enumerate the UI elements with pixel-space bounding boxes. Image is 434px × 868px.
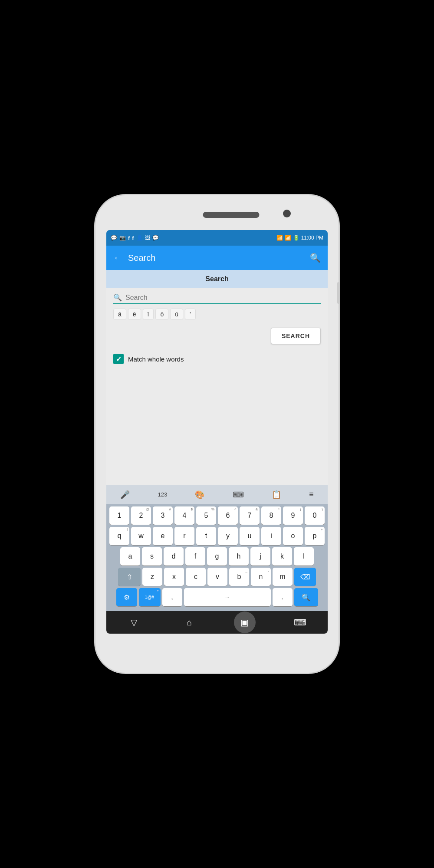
key-q[interactable]: q| (109, 527, 129, 545)
special-char-apostrophe[interactable]: ' (185, 309, 196, 320)
special-char-e-macron[interactable]: ē (128, 309, 141, 320)
key-i[interactable]: i (261, 527, 281, 545)
key-k[interactable]: k (272, 547, 292, 566)
special-char-a-macron[interactable]: ā (113, 309, 126, 320)
emoji-tool-button[interactable]: 🎨 (195, 490, 204, 500)
wifi-icon: 📶 (276, 235, 283, 241)
status-left-icons: 💬 📷 f f 👤 🖼 💬 (111, 235, 159, 241)
back-button[interactable]: ← (113, 252, 123, 263)
app-bar-search-icon[interactable]: 🔍 (310, 253, 321, 263)
emoji-icon: 🎨 (195, 490, 204, 500)
keyboard-row-shift: ⇧ z x c v b_ n, m ⌫ (108, 568, 326, 586)
key-x[interactable]: x (164, 568, 184, 586)
search-btn-row: SEARCH (106, 324, 328, 348)
key-y[interactable]: y (218, 527, 238, 545)
key-1[interactable]: 1 (109, 506, 129, 525)
key-c[interactable]: c (186, 568, 206, 586)
phone-device: 💬 📷 f f 👤 🖼 💬 📶 📶 🔋 11:00 PM ← Search 🔍 … (95, 195, 339, 673)
shift-key[interactable]: ⇧ (118, 568, 141, 586)
keyboard-row-asdf: a s d f g h j k l (108, 547, 326, 566)
keyboard-search-key[interactable]: 🔍 (294, 588, 318, 606)
key-j[interactable]: j (250, 547, 270, 566)
key-b[interactable]: b_ (229, 568, 249, 586)
num-icon: 123 (158, 491, 167, 498)
menu-tool-button[interactable]: ≡ (309, 490, 314, 499)
key-r[interactable]: r (174, 527, 194, 545)
comma-key[interactable]: , (162, 588, 182, 606)
key-5[interactable]: 5% (196, 506, 216, 525)
keyboard-tool-button[interactable]: ⌨ (233, 490, 244, 500)
clipboard-icon: 📋 (272, 490, 281, 500)
key-d[interactable]: d (164, 547, 184, 566)
key-z[interactable]: z (142, 568, 162, 586)
key-8[interactable]: 8* (261, 506, 281, 525)
mic-icon: 🎤 (120, 490, 130, 500)
contacts-icon: 👤 (136, 235, 143, 241)
key-3[interactable]: 3# (153, 506, 173, 525)
period-key[interactable]: . (273, 588, 293, 606)
key-6[interactable]: 6^ (218, 506, 238, 525)
nav-keyboard-button[interactable]: ⌨ (289, 612, 311, 633)
key-e[interactable]: e (153, 527, 173, 545)
special-char-i-macron[interactable]: ī (143, 309, 154, 320)
power-button[interactable] (337, 282, 340, 304)
battery-icon: 🔋 (293, 235, 299, 241)
status-right: 📶 📶 🔋 11:00 PM (276, 235, 323, 241)
match-whole-words-label: Match whole words (128, 355, 184, 363)
key-s[interactable]: s (142, 547, 162, 566)
key-f[interactable]: f (185, 547, 205, 566)
key-9[interactable]: 9( (283, 506, 303, 525)
search-content: 🔍 ā ē ī ō ū ' SEARCH ✓ (106, 288, 328, 485)
bottom-nav: ▽ ⌂ ▣ ⌨ (106, 611, 328, 634)
key-v[interactable]: v (207, 568, 227, 586)
keyboard-row-bottom: ⚙ 1@#♦ , ··· . 🔍 (108, 588, 326, 606)
facebook-icon-2: f (132, 235, 134, 241)
mic-tool-button[interactable]: 🎤 (120, 490, 130, 500)
key-h[interactable]: h (229, 547, 249, 566)
num-tool-button[interactable]: 123 (158, 491, 167, 498)
key-n[interactable]: n, (251, 568, 271, 586)
num-switch-key[interactable]: 1@#♦ (139, 588, 161, 606)
backspace-key[interactable]: ⌫ (294, 568, 316, 586)
key-g[interactable]: g (207, 547, 227, 566)
nav-home-button[interactable]: ⌂ (178, 612, 200, 633)
key-0[interactable]: 0) (305, 506, 325, 525)
checkmark-icon: ✓ (116, 355, 122, 363)
status-time: 11:00 PM (301, 235, 323, 241)
key-w[interactable]: w (131, 527, 151, 545)
key-7[interactable]: 7& (240, 506, 260, 525)
key-p[interactable]: p+ (305, 527, 325, 545)
key-4[interactable]: 4$ (174, 506, 194, 525)
key-m[interactable]: m (273, 568, 293, 586)
keyboard-icon: ⌨ (233, 490, 244, 500)
phone-screen: 💬 📷 f f 👤 🖼 💬 📶 📶 🔋 11:00 PM ← Search 🔍 … (106, 230, 328, 634)
space-key[interactable]: ··· (184, 588, 271, 606)
special-chars-row: ā ē ī ō ū ' (106, 304, 328, 324)
key-a[interactable]: a (120, 547, 140, 566)
key-2[interactable]: 2@ (131, 506, 151, 525)
app-bar-title: Search (128, 253, 310, 263)
key-u[interactable]: u (240, 527, 260, 545)
match-whole-words-row[interactable]: ✓ Match whole words (106, 348, 328, 370)
keyboard-toolbar: 🎤 123 🎨 ⌨ 📋 ≡ (106, 485, 328, 504)
section-header: Search (106, 270, 328, 288)
search-field-icon: 🔍 (113, 293, 122, 302)
match-whole-words-checkbox[interactable]: ✓ (113, 354, 124, 364)
search-input[interactable] (125, 294, 321, 302)
search-input-area: 🔍 (106, 288, 328, 304)
phone-camera (283, 210, 291, 217)
clipboard-tool-button[interactable]: 📋 (272, 490, 281, 500)
nav-back-button[interactable]: ▽ (123, 612, 145, 633)
gallery-icon: 🖼 (145, 235, 150, 241)
signal-icon: 📶 (285, 235, 291, 241)
search-button[interactable]: SEARCH (271, 328, 321, 344)
key-t[interactable]: t (196, 527, 216, 545)
special-char-u-macron[interactable]: ū (170, 309, 183, 320)
nav-recents-button[interactable]: ▣ (234, 612, 256, 633)
settings-key[interactable]: ⚙ (116, 588, 137, 606)
key-l[interactable]: l (294, 547, 314, 566)
phone-speaker (203, 212, 260, 218)
key-o[interactable]: o (283, 527, 303, 545)
special-char-o-macron[interactable]: ō (155, 309, 168, 320)
keyboard-row-numbers: 1 2@ 3# 4$ 5% 6^ 7& 8* 9( 0) (108, 506, 326, 525)
